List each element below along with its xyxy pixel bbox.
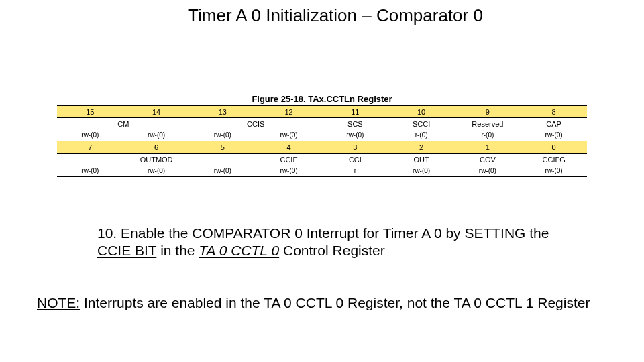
field-name: CCI (322, 154, 388, 166)
figure-caption: Figure 25-18. TAx.CCTLn Register (57, 94, 587, 104)
rw-cell: rw-(0) (57, 129, 123, 141)
rw-cell: rw-(0) (190, 165, 256, 177)
field-name: Reserved (455, 118, 521, 130)
rw-cell: rw-(0) (388, 165, 455, 177)
bit-number: 2 (388, 141, 455, 154)
note-label: NOTE: (37, 295, 80, 310)
field-name: CCIS (190, 118, 323, 130)
table-row: 15 14 13 12 11 10 9 8 (57, 106, 587, 118)
bit-number: 13 (190, 106, 256, 118)
register-table: 15 14 13 12 11 10 9 8 CM CCIS SCS SCCI R… (57, 105, 587, 177)
bit-number: 0 (521, 141, 587, 154)
rw-cell: rw-(0) (455, 165, 521, 177)
note-text: NOTE: Interrupts are enabled in the TA 0… (37, 295, 621, 311)
rw-cell: rw-(0) (256, 165, 322, 177)
rw-cell: rw-(0) (123, 165, 190, 177)
bit-number: 4 (256, 141, 322, 154)
step-part-register: TA 0 CCTL 0 (199, 243, 279, 258)
table-row: 7 6 5 4 3 2 1 0 (57, 141, 587, 154)
step-part: Control Register (279, 243, 385, 258)
rw-cell: rw-(0) (123, 129, 190, 141)
bit-number: 14 (123, 106, 190, 118)
rw-cell: rw-(0) (322, 129, 388, 141)
bit-number: 6 (123, 141, 190, 154)
field-name: SCS (322, 118, 388, 130)
bit-number: 9 (455, 106, 521, 118)
step-number: 10. (97, 225, 117, 241)
note-body: Interrupts are enabled in the TA 0 CCTL … (80, 295, 590, 310)
field-name: SCCI (388, 118, 455, 130)
bit-number: 3 (322, 141, 388, 154)
step-part-underline: CCIE BIT (97, 243, 156, 258)
field-name: CCIE (256, 154, 322, 166)
table-row: OUTMOD CCIE CCI OUT COV CCIFG (57, 154, 587, 166)
bit-number: 15 (57, 106, 123, 118)
bit-number: 5 (190, 141, 256, 154)
rw-cell: rw-(0) (521, 129, 587, 141)
page-title: Timer A 0 Initialization – Comparator 0 (27, 0, 644, 26)
table-row: rw-(0) rw-(0) rw-(0) rw-(0) r rw-(0) rw-… (57, 165, 587, 177)
register-figure: Figure 25-18. TAx.CCTLn Register 15 14 1… (57, 94, 587, 177)
rw-cell: r-(0) (388, 129, 455, 141)
bit-number: 11 (322, 106, 388, 118)
rw-cell: rw-(0) (256, 129, 322, 141)
bit-number: 7 (57, 141, 123, 154)
table-row: rw-(0) rw-(0) rw-(0) rw-(0) rw-(0) r-(0)… (57, 129, 587, 141)
field-name: COV (455, 154, 521, 166)
bit-number: 8 (521, 106, 587, 118)
bit-number: 10 (388, 106, 455, 118)
rw-cell: rw-(0) (57, 165, 123, 177)
table-row: CM CCIS SCS SCCI Reserved CAP (57, 118, 587, 130)
field-name: CAP (521, 118, 587, 130)
step-part: in the (156, 243, 199, 258)
field-name: CCIFG (521, 154, 587, 166)
field-name: OUTMOD (57, 154, 256, 166)
rw-cell: rw-(0) (190, 129, 256, 141)
step-part: Enable the COMPARATOR 0 Interrupt for Ti… (117, 225, 549, 241)
bit-number: 1 (455, 141, 521, 154)
step-text: 10. Enable the COMPARATOR 0 Interrupt fo… (97, 225, 553, 260)
field-name: CM (57, 118, 190, 130)
bit-number: 12 (256, 106, 322, 118)
rw-cell: rw-(0) (521, 165, 587, 177)
rw-cell: r-(0) (455, 129, 521, 141)
rw-cell: r (322, 165, 388, 177)
field-name: OUT (388, 154, 455, 166)
